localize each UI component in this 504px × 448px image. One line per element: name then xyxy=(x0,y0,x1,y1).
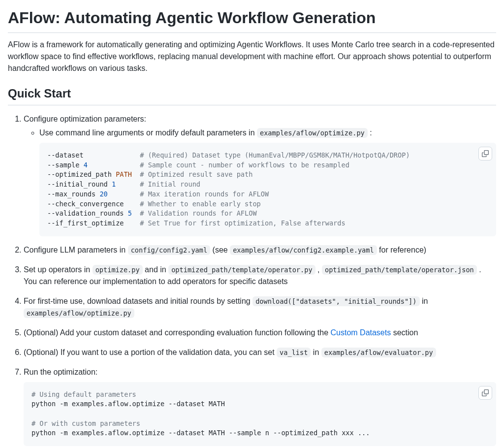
page-title: AFlow: Automating Agentic Workflow Gener… xyxy=(8,8,496,33)
step-6-mid: in xyxy=(311,348,321,356)
step-2-code-2: examples/aflow/config2.example.yaml xyxy=(230,245,377,255)
step-7-intro: Run the optimization: xyxy=(24,368,97,376)
step-6: (Optional) If you want to use a portion … xyxy=(24,347,496,358)
step-1-bullet-suffix: : xyxy=(368,128,372,137)
step-5-suffix: section xyxy=(391,328,418,337)
step-6-code-1: va_list xyxy=(277,348,311,357)
step-4-code-2: examples/aflow/optimize.py xyxy=(24,308,134,318)
step-7: Run the optimization: # Using default pa… xyxy=(24,366,496,447)
copy-button[interactable] xyxy=(478,147,492,160)
step-3-prefix: Set up operators in xyxy=(24,265,93,274)
step-2-code-1: config/config2.yaml xyxy=(128,245,211,255)
step-6-code-2: examples/aflow/evaluator.py xyxy=(321,348,436,357)
step-3: Set up operators in optimize.py and in o… xyxy=(24,264,496,288)
step-4-prefix: For first-time use, download datasets an… xyxy=(24,297,252,305)
step-2-suffix: for reference) xyxy=(377,246,426,254)
step-1-bullet: Use command line arguments or modify def… xyxy=(39,127,496,236)
step-4-code-1: download(["datasets", "initial_rounds"]) xyxy=(252,296,419,306)
step-1: Configure optimization parameters: Use c… xyxy=(24,113,496,236)
quickstart-steps: Configure optimization parameters: Use c… xyxy=(8,113,496,446)
step-3-mid-2: , xyxy=(315,265,322,274)
step-2-mid: (see xyxy=(210,246,230,254)
copy-button[interactable] xyxy=(478,386,492,400)
step-5-prefix: (Optional) Add your custom dataset and c… xyxy=(24,328,331,337)
copy-icon xyxy=(482,389,489,397)
step-4-mid: in xyxy=(420,297,428,305)
step-2: Configure LLM parameters in config/confi… xyxy=(24,244,496,256)
step-3-code-1: optimize.py xyxy=(93,265,143,275)
run-codeblock: # Using default parameters python -m exa… xyxy=(24,382,496,447)
step-4: For first-time use, download datasets an… xyxy=(24,295,496,319)
step-1-bullet-prefix: Use command line arguments or modify def… xyxy=(39,128,257,137)
step-1-intro: Configure optimization parameters: xyxy=(24,115,146,123)
step-3-code-3: optimized_path/template/operator.json xyxy=(322,265,477,275)
intro-paragraph: AFlow is a framework for automatically g… xyxy=(8,39,496,74)
custom-datasets-link[interactable]: Custom Datasets xyxy=(331,328,391,337)
quickstart-heading: Quick Start xyxy=(8,86,496,105)
copy-icon xyxy=(482,150,489,158)
step-5: (Optional) Add your custom dataset and c… xyxy=(24,327,496,339)
step-2-prefix: Configure LLM parameters in xyxy=(24,246,128,254)
step-3-code-2: optimized_path/template/operator.py xyxy=(168,265,315,275)
params-codeblock: --dataset # (Required) Dataset type (Hum… xyxy=(39,143,496,236)
step-1-bullet-code: examples/aflow/optimize.py xyxy=(257,128,368,138)
step-3-mid-1: and in xyxy=(143,265,168,274)
step-6-prefix: (Optional) If you want to use a portion … xyxy=(24,348,277,356)
